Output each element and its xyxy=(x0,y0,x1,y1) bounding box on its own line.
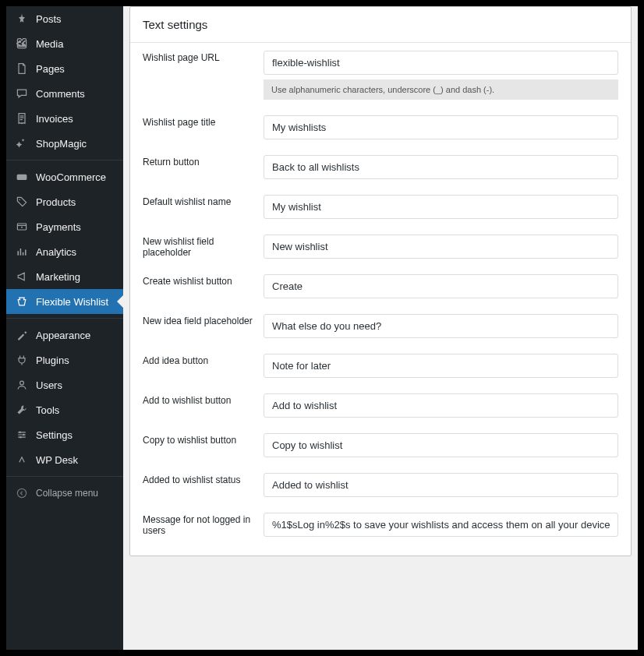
field-label: Wishlist page title xyxy=(143,115,264,128)
sidebar-item-users[interactable]: Users xyxy=(6,372,123,397)
field-label: Create wishlist button xyxy=(143,274,264,287)
sidebar-item-appearance[interactable]: Appearance xyxy=(6,323,123,347)
field-input-wrap xyxy=(264,155,618,179)
field-input-wrap xyxy=(264,513,618,537)
sidebar-item-label: Payments xyxy=(36,221,81,233)
text-input[interactable] xyxy=(264,274,618,298)
sidebar-item-label: Plugins xyxy=(36,354,69,366)
field-row: Wishlist page URLUse alphanumeric charac… xyxy=(143,51,618,100)
sidebar-item-products[interactable]: Products xyxy=(6,189,123,214)
plugins-icon xyxy=(14,354,30,366)
sidebar-item-flexible-wishlist[interactable]: Flexible Wishlist xyxy=(6,289,123,314)
field-row: Copy to wishlist button xyxy=(143,433,618,457)
analytics-icon xyxy=(14,245,30,258)
settings-icon xyxy=(14,429,30,441)
sidebar-item-label: WooCommerce xyxy=(36,171,106,183)
field-label: Added to wishlist status xyxy=(143,473,264,485)
sidebar-item-label: Invoices xyxy=(36,113,73,125)
field-input-wrap xyxy=(264,473,618,497)
menu-separator xyxy=(6,476,123,477)
sidebar-item-settings[interactable]: Settings xyxy=(6,422,123,447)
app-root: PostsMediaPagesCommentsInvoicesShopMagic… xyxy=(6,6,638,650)
products-icon xyxy=(14,196,30,208)
sidebar-item-analytics[interactable]: Analytics xyxy=(6,239,123,264)
woo-icon xyxy=(14,171,30,183)
sidebar-item-label: Products xyxy=(36,196,76,208)
text-input[interactable] xyxy=(264,314,618,338)
text-input[interactable] xyxy=(264,393,618,418)
page-icon xyxy=(14,62,30,75)
appearance-icon xyxy=(14,329,30,341)
tools-icon xyxy=(14,404,30,416)
sidebar-item-label: Comments xyxy=(36,88,85,100)
sidebar-item-posts[interactable]: Posts xyxy=(6,6,123,31)
invoice-icon xyxy=(14,112,30,125)
sidebar-item-label: Pages xyxy=(36,63,65,75)
text-input[interactable] xyxy=(264,51,618,75)
field-row: Add to wishlist button xyxy=(143,393,618,418)
field-row: Wishlist page title xyxy=(143,115,618,139)
field-input-wrap xyxy=(264,393,618,418)
sidebar-item-tools[interactable]: Tools xyxy=(6,397,123,422)
text-input[interactable] xyxy=(264,433,618,457)
menu-separator xyxy=(6,160,123,160)
text-input[interactable] xyxy=(264,354,618,378)
magic-icon xyxy=(14,137,30,150)
field-input-wrap xyxy=(264,433,618,457)
field-input-wrap xyxy=(264,115,618,139)
wishlist-icon xyxy=(14,295,30,308)
marketing-icon xyxy=(14,270,30,283)
sidebar-item-label: ShopMagic xyxy=(36,138,87,150)
field-row: Add idea button xyxy=(143,354,618,378)
field-input-wrap xyxy=(264,314,618,338)
sidebar-item-payments[interactable]: Payments xyxy=(6,214,123,239)
sidebar-item-label: Users xyxy=(36,379,62,391)
sidebar-item-label: WP Desk xyxy=(36,454,78,466)
field-label: Return button xyxy=(143,155,264,168)
sidebar-item-plugins[interactable]: Plugins xyxy=(6,347,123,372)
sidebar-item-label: Marketing xyxy=(36,271,80,283)
field-row: Message for not logged in users xyxy=(143,513,618,537)
field-row: Create wishlist button xyxy=(143,274,618,298)
text-input[interactable] xyxy=(264,513,618,537)
text-input[interactable] xyxy=(264,115,618,139)
comment-icon xyxy=(14,87,30,100)
text-input[interactable] xyxy=(264,155,618,179)
sidebar-item-invoices[interactable]: Invoices xyxy=(6,106,123,131)
collapse-label: Collapse menu xyxy=(36,488,98,499)
menu-separator xyxy=(6,318,123,319)
collapse-menu-button[interactable]: Collapse menu xyxy=(6,481,123,506)
text-input[interactable] xyxy=(264,195,618,219)
wpdesk-icon xyxy=(14,453,30,466)
collapse-icon xyxy=(14,487,30,499)
sidebar-item-media[interactable]: Media xyxy=(6,31,123,56)
sidebar-item-comments[interactable]: Comments xyxy=(6,81,123,106)
field-label: New idea field placeholder xyxy=(143,314,264,326)
field-row: Return button xyxy=(143,155,618,179)
users-icon xyxy=(14,379,30,391)
sidebar-item-label: Flexible Wishlist xyxy=(36,296,108,308)
sidebar-item-wp-desk[interactable]: WP Desk xyxy=(6,447,123,472)
sidebar-item-label: Analytics xyxy=(36,246,76,258)
panel-title: Text settings xyxy=(130,7,631,42)
sidebar-item-pages[interactable]: Pages xyxy=(6,56,123,81)
field-hint: Use alphanumeric characters, underscore … xyxy=(264,79,618,100)
field-label: Message for not logged in users xyxy=(143,513,264,536)
sidebar-item-marketing[interactable]: Marketing xyxy=(6,264,123,289)
panel-body: Wishlist page URLUse alphanumeric charac… xyxy=(130,42,631,555)
content-area: Text settings Wishlist page URLUse alpha… xyxy=(123,6,638,650)
field-row: Added to wishlist status xyxy=(143,473,618,497)
field-input-wrap xyxy=(264,195,618,219)
field-row: New idea field placeholder xyxy=(143,314,618,338)
field-input-wrap xyxy=(264,235,618,259)
field-label: Add idea button xyxy=(143,354,264,366)
sidebar-item-woocommerce[interactable]: WooCommerce xyxy=(6,164,123,189)
sidebar-item-label: Media xyxy=(36,38,63,50)
field-label: Add to wishlist button xyxy=(143,393,264,406)
field-label: Default wishlist name xyxy=(143,195,264,207)
sidebar-item-shopmagic[interactable]: ShopMagic xyxy=(6,131,123,156)
field-row: Default wishlist name xyxy=(143,195,618,219)
text-input[interactable] xyxy=(264,473,618,497)
text-input[interactable] xyxy=(264,235,618,259)
sidebar-item-label: Tools xyxy=(36,404,59,416)
